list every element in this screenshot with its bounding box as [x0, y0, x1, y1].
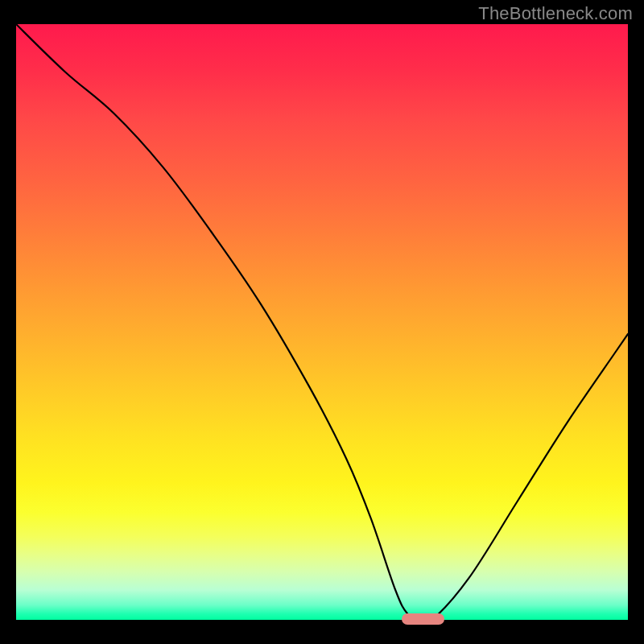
watermark-text: TheBottleneck.com	[478, 3, 633, 24]
chart-frame: TheBottleneck.com	[0, 0, 644, 644]
curve-svg	[16, 24, 628, 620]
bottleneck-curve	[16, 24, 628, 620]
plot-area	[16, 24, 628, 620]
optimal-marker	[402, 613, 444, 625]
